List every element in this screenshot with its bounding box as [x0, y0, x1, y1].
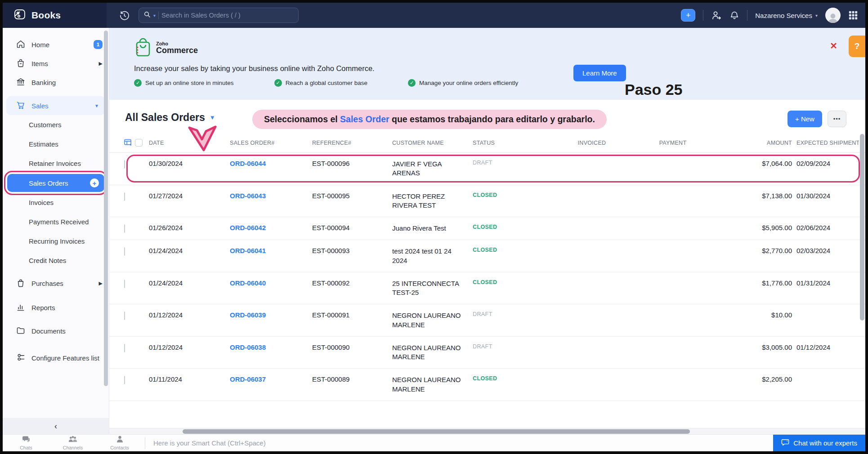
- select-all-checkbox[interactable]: [135, 139, 143, 147]
- row-amount: $7,138.00: [713, 185, 792, 206]
- footer-tab-chats[interactable]: Chats: [3, 436, 49, 450]
- sidebar-item-invoices[interactable]: Invoices: [3, 193, 109, 212]
- topbar-main: ▾ +: [107, 3, 865, 28]
- notifications-bell-icon[interactable]: [729, 10, 739, 20]
- row-date: 01/12/2024: [149, 304, 230, 325]
- footer-tab-channels[interactable]: Channels: [49, 436, 96, 450]
- search-scope-chevron-icon[interactable]: ▾: [153, 13, 156, 18]
- sidebar-item-configure-features[interactable]: Configure Features list: [3, 348, 109, 367]
- row-checkbox[interactable]: [124, 247, 125, 256]
- sales-order-link[interactable]: ORD-06041: [230, 247, 266, 254]
- invite-users-icon[interactable]: [711, 10, 722, 20]
- sidebar-item-estimates[interactable]: Estimates: [3, 134, 109, 154]
- row-reference: EST-000095: [312, 185, 392, 206]
- table-row[interactable]: 01/11/2024 ORD-06037 EST-000089 NEGRON L…: [109, 369, 865, 401]
- more-options-button[interactable]: •••: [828, 111, 846, 127]
- table-row[interactable]: 01/26/2024 ORD-06042 EST-000094 Juano Ri…: [109, 217, 865, 240]
- sidebar-item-credit-notes[interactable]: Credit Notes: [3, 251, 109, 270]
- sidebar-item-payments-received[interactable]: Payments Received: [3, 212, 109, 231]
- column-header-sales-order[interactable]: SALES ORDER#: [230, 140, 312, 146]
- footer-tab-contacts[interactable]: Contacts: [96, 436, 143, 450]
- sales-order-link[interactable]: ORD-06039: [230, 311, 266, 319]
- row-amount: $2,205.00: [713, 369, 792, 390]
- sidebar-item-items[interactable]: Items ▶: [3, 54, 109, 73]
- table-row[interactable]: 01/12/2024 ORD-06039 EST-000091 NEGRON L…: [109, 304, 865, 337]
- row-customer-name: NEGRON LAUREANO MARLENE: [392, 337, 466, 369]
- row-amount: $10.00: [713, 304, 792, 325]
- sales-order-link[interactable]: ORD-06043: [230, 192, 266, 200]
- sidebar-item-recurring-invoices[interactable]: Recurring Invoices: [3, 231, 109, 251]
- sidebar-item-documents[interactable]: Documents: [3, 321, 109, 340]
- column-header-expected-shipment[interactable]: EXPECTED SHIPMENT: [792, 140, 859, 146]
- customize-columns-icon[interactable]: [124, 139, 132, 147]
- commerce-label: Commerce: [156, 46, 198, 54]
- sidebar-item-sales-orders[interactable]: Sales Orders +: [7, 174, 104, 192]
- items-bag-icon: [16, 58, 25, 69]
- sidebar-item-banking[interactable]: Banking: [3, 73, 109, 92]
- table-header-first-cell: [124, 139, 149, 147]
- global-search[interactable]: ▾: [139, 8, 299, 23]
- column-header-customer-name[interactable]: CUSTOMER NAME: [392, 140, 473, 146]
- column-header-invoiced[interactable]: INVOICED: [551, 140, 632, 146]
- sales-order-link[interactable]: ORD-06040: [230, 279, 266, 287]
- new-sales-order-button[interactable]: + New: [787, 111, 822, 127]
- page-title: All Sales Orders: [125, 111, 205, 124]
- row-checkbox[interactable]: [124, 192, 125, 201]
- table-row[interactable]: 01/24/2024 ORD-06040 EST-000092 25 INTER…: [109, 272, 865, 305]
- column-header-status[interactable]: STATUS: [473, 140, 551, 146]
- row-expected-shipment: 02/09/2024: [792, 153, 859, 174]
- horizontal-scrollbar[interactable]: [109, 428, 865, 434]
- sidebar-item-label: Credit Notes: [29, 257, 66, 264]
- table-row[interactable]: 01/30/2024 ORD-06044 EST-000096 JAVIER F…: [109, 153, 865, 185]
- org-selector[interactable]: Nazareno Services ▾: [755, 12, 818, 19]
- topbar-separator: [703, 10, 703, 21]
- sidebar-item-retainer-invoices[interactable]: Retainer Invoices: [3, 154, 109, 173]
- column-header-amount[interactable]: AMOUNT: [713, 140, 792, 146]
- chat-with-experts-button[interactable]: Chat with our experts: [773, 435, 865, 451]
- sidebar-scrollbar[interactable]: [104, 31, 108, 401]
- sales-order-link[interactable]: ORD-06042: [230, 224, 266, 231]
- sales-order-link[interactable]: ORD-06038: [230, 343, 266, 351]
- view-selector-chevron-icon[interactable]: ▼: [210, 114, 215, 121]
- column-header-date[interactable]: DATE: [149, 140, 230, 146]
- column-header-payment[interactable]: PAYMENT: [632, 140, 713, 146]
- row-checkbox[interactable]: [124, 376, 125, 384]
- sidebar-item-customers[interactable]: Customers: [3, 115, 109, 134]
- row-checkbox[interactable]: [124, 344, 125, 352]
- new-sales-order-plus-icon[interactable]: +: [90, 178, 99, 187]
- banner-close-icon[interactable]: ✕: [830, 40, 837, 51]
- sidebar-item-purchases[interactable]: Purchases ▶: [3, 274, 109, 293]
- recent-activities-icon[interactable]: [119, 10, 130, 21]
- bullet-text: Reach a global customer base: [286, 80, 367, 86]
- table-row[interactable]: 01/12/2024 ORD-06038 EST-000090 NEGRON L…: [109, 337, 865, 369]
- sales-order-link[interactable]: ORD-06037: [230, 375, 266, 383]
- logo-zone[interactable]: Books: [3, 3, 107, 28]
- learn-more-button[interactable]: Learn More: [573, 65, 626, 81]
- help-button[interactable]: ?: [849, 36, 865, 57]
- row-checkbox[interactable]: [124, 280, 125, 288]
- sidebar: Home 1 Items ▶ Banking Sales: [3, 28, 109, 434]
- row-checkbox[interactable]: [124, 160, 125, 169]
- page-header: All Sales Orders ▼ Seleccionamos el Sale…: [109, 100, 865, 133]
- apps-grid-icon[interactable]: [848, 10, 858, 20]
- page-title-row[interactable]: All Sales Orders ▼: [125, 111, 215, 124]
- smart-chat-input[interactable]: [147, 435, 773, 451]
- user-avatar[interactable]: [825, 8, 841, 23]
- column-header-reference[interactable]: REFERENCE#: [312, 140, 392, 146]
- sales-order-link[interactable]: ORD-06044: [230, 160, 266, 167]
- search-input[interactable]: [161, 12, 294, 19]
- row-status: DRAFT: [473, 153, 551, 173]
- row-checkbox[interactable]: [124, 312, 125, 320]
- sidebar-item-home[interactable]: Home 1: [3, 35, 109, 54]
- sidebar-item-sales[interactable]: Sales ▼: [6, 96, 105, 115]
- sidebar-item-label: Configure Features list: [31, 354, 103, 362]
- vertical-scrollbar[interactable]: [860, 133, 864, 427]
- configure-features-icon: [16, 353, 25, 363]
- row-checkbox[interactable]: [124, 224, 125, 233]
- table-row[interactable]: 01/24/2024 ORD-06041 EST-000093 test 202…: [109, 240, 865, 272]
- sidebar-item-label: Purchases: [31, 280, 93, 287]
- table-row[interactable]: 01/27/2024 ORD-06043 EST-000095 HECTOR P…: [109, 185, 865, 218]
- quick-create-button[interactable]: +: [681, 9, 695, 22]
- collapse-sidebar-button[interactable]: ‹: [3, 418, 109, 434]
- sidebar-item-reports[interactable]: Reports: [3, 298, 109, 317]
